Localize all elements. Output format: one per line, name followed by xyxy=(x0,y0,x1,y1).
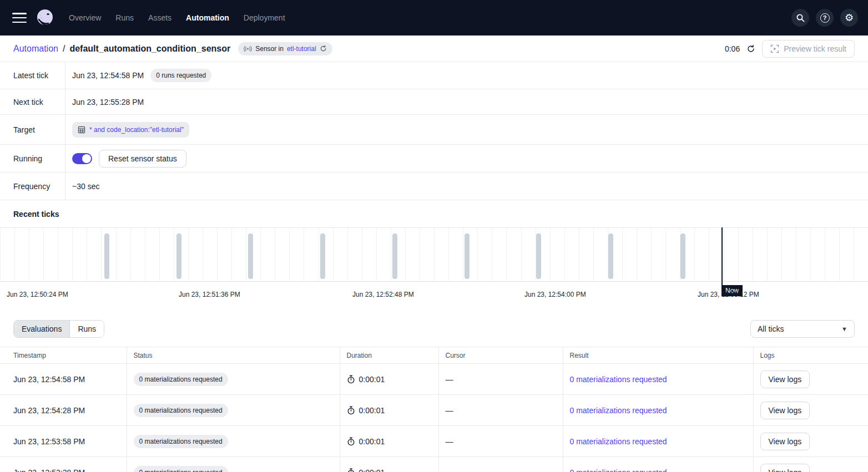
x-axis-label: Jun 23, 12:52:48 PM xyxy=(352,290,419,300)
view-logs-button[interactable]: View logs xyxy=(760,433,810,450)
tick-bar[interactable] xyxy=(680,234,685,279)
page-title: default_automation_condition_sensor xyxy=(69,44,230,54)
search-icon[interactable] xyxy=(791,9,809,27)
view-logs-button[interactable]: View logs xyxy=(760,464,810,472)
stopwatch-icon xyxy=(347,468,355,472)
tick-result-link[interactable]: 0 materializations requested xyxy=(570,375,667,384)
tick-bar[interactable] xyxy=(104,234,109,279)
tick-filter-value: All ticks xyxy=(758,324,784,333)
breadcrumb-automation-link[interactable]: Automation xyxy=(13,44,58,54)
x-axis-label: Jun 23, 12:51:36 PM xyxy=(179,290,245,300)
view-segmented-control: Evaluations Runs xyxy=(13,320,104,338)
tick-bar[interactable] xyxy=(248,234,253,279)
tick-filter-select[interactable]: All ticks ▼ xyxy=(750,320,855,338)
next-tick-value: Jun 23, 12:55:28 PM xyxy=(72,98,144,106)
target-label: Target xyxy=(0,115,65,144)
tab-evaluations[interactable]: Evaluations xyxy=(14,321,69,337)
target-selection-chip[interactable]: * and code_location:"etl-tutorial" xyxy=(72,122,189,138)
refresh-countdown: 0:06 xyxy=(725,44,740,53)
recent-ticks-title: Recent ticks xyxy=(0,200,868,227)
tick-cursor: — xyxy=(446,406,453,415)
tick-result-link[interactable]: 0 materializations requested xyxy=(570,468,667,472)
tick-bar[interactable] xyxy=(465,234,470,279)
nav-item-deployment[interactable]: Deployment xyxy=(244,13,285,22)
next-tick-row: Next tick Jun 23, 12:55:28 PM xyxy=(0,89,868,115)
recent-ticks-chart: Now Jun 23, 12:50:24 PMJun 23, 12:51:36 … xyxy=(0,227,868,311)
tick-status-badge: 0 materializations requested xyxy=(134,435,228,448)
tab-runs[interactable]: Runs xyxy=(69,321,104,337)
frequency-row: Frequency ~30 sec xyxy=(0,172,868,200)
tick-duration: 0:00:01 xyxy=(359,468,385,472)
latest-tick-status-badge: 0 runs requested xyxy=(150,69,211,82)
preview-tick-result-button[interactable]: Preview tick result xyxy=(762,40,855,58)
table-row: Jun 23, 12:54:58 PM 0 materializations r… xyxy=(0,364,868,395)
nav-item-assets[interactable]: Assets xyxy=(148,13,171,22)
settings-icon[interactable]: ⚙ xyxy=(840,9,858,27)
sensor-badge-text: Sensor in xyxy=(255,45,284,53)
col-result: Result xyxy=(563,347,753,364)
evaluations-table: Timestamp Status Duration Cursor Result … xyxy=(0,347,868,472)
tick-status-badge: 0 materializations requested xyxy=(134,404,228,417)
tick-status-badge: 0 materializations requested xyxy=(134,373,228,386)
tick-cursor: — xyxy=(446,437,453,446)
sensor-details: Latest tick Jun 23, 12:54:58 PM 0 runs r… xyxy=(0,62,868,200)
col-status: Status xyxy=(127,347,340,364)
tick-status-badge: 0 materializations requested xyxy=(134,466,228,472)
nav-actions: ? ⚙ xyxy=(791,9,858,27)
top-nav: Overview Runs Assets Automation Deployme… xyxy=(0,0,868,35)
stopwatch-icon xyxy=(347,437,355,446)
running-label: Running xyxy=(0,145,65,172)
tick-bar[interactable] xyxy=(392,234,397,279)
table-row: Jun 23, 12:54:28 PM 0 materializations r… xyxy=(0,395,868,426)
breadcrumb-separator: / xyxy=(63,44,65,54)
latest-tick-value: Jun 23, 12:54:58 PM xyxy=(72,71,144,80)
reload-location-icon[interactable] xyxy=(320,45,327,52)
running-row: Running Reset sensor status xyxy=(0,145,868,172)
tick-result-link[interactable]: 0 materializations requested xyxy=(570,406,667,415)
nav-item-automation[interactable]: Automation xyxy=(186,13,229,22)
next-tick-label: Next tick xyxy=(0,89,65,114)
frequency-value: ~30 sec xyxy=(72,182,99,191)
tick-bar[interactable] xyxy=(176,234,181,279)
table-row: Jun 23, 12:53:58 PM 0 materializations r… xyxy=(0,426,868,457)
tick-cursor: — xyxy=(446,375,453,384)
dagster-logo-icon[interactable] xyxy=(34,7,55,28)
frequency-label: Frequency xyxy=(0,172,65,200)
x-axis-label: Jun 23, 12:50:24 PM xyxy=(7,290,73,300)
tick-timestamp: Jun 23, 12:54:58 PM xyxy=(13,375,85,384)
tick-result-link[interactable]: 0 materializations requested xyxy=(570,437,667,446)
tick-duration: 0:00:01 xyxy=(359,406,385,415)
primary-nav: Overview Runs Assets Automation Deployme… xyxy=(69,13,285,22)
table-row: Jun 23, 12:53:28 PM 0 materializations r… xyxy=(0,457,868,472)
code-location-link[interactable]: etl-tutorial xyxy=(287,45,316,53)
reset-sensor-status-button[interactable]: Reset sensor status xyxy=(99,150,186,168)
tick-bar[interactable] xyxy=(320,234,325,279)
nav-item-overview[interactable]: Overview xyxy=(69,13,101,22)
ticks-toolbar: Evaluations Runs All ticks ▼ xyxy=(0,311,868,347)
page-header: Automation / default_automation_conditio… xyxy=(0,35,868,62)
recent-ticks-plot[interactable] xyxy=(0,227,868,282)
target-chip-text: * and code_location:"etl-tutorial" xyxy=(89,126,184,134)
now-marker-line xyxy=(721,227,723,285)
x-axis-label: Jun 23, 12:55:12 PM xyxy=(698,290,764,300)
latest-tick-row: Latest tick Jun 23, 12:54:58 PM 0 runs r… xyxy=(0,62,868,89)
table-header-row: Timestamp Status Duration Cursor Result … xyxy=(0,347,868,364)
tick-bar[interactable] xyxy=(608,234,613,279)
running-toggle[interactable] xyxy=(72,153,92,164)
tick-timestamp: Jun 23, 12:53:58 PM xyxy=(13,437,85,446)
refresh-icon[interactable] xyxy=(746,44,755,53)
chevron-down-icon: ▼ xyxy=(841,326,847,332)
col-cursor: Cursor xyxy=(438,347,563,364)
nav-item-runs[interactable]: Runs xyxy=(115,13,134,22)
tick-timestamp: Jun 23, 12:53:28 PM xyxy=(13,468,85,472)
menu-icon[interactable] xyxy=(12,13,27,23)
tick-duration: 0:00:01 xyxy=(359,375,385,384)
x-axis-label: Jun 23, 12:54:00 PM xyxy=(524,290,591,300)
view-logs-button[interactable]: View logs xyxy=(760,371,810,388)
tick-bar[interactable] xyxy=(536,234,541,279)
sensor-location-badge: Sensor in etl-tutorial xyxy=(238,42,332,55)
help-icon[interactable]: ? xyxy=(816,9,834,27)
view-logs-button[interactable]: View logs xyxy=(760,402,810,419)
col-duration: Duration xyxy=(340,347,438,364)
latest-tick-label: Latest tick xyxy=(0,62,65,89)
